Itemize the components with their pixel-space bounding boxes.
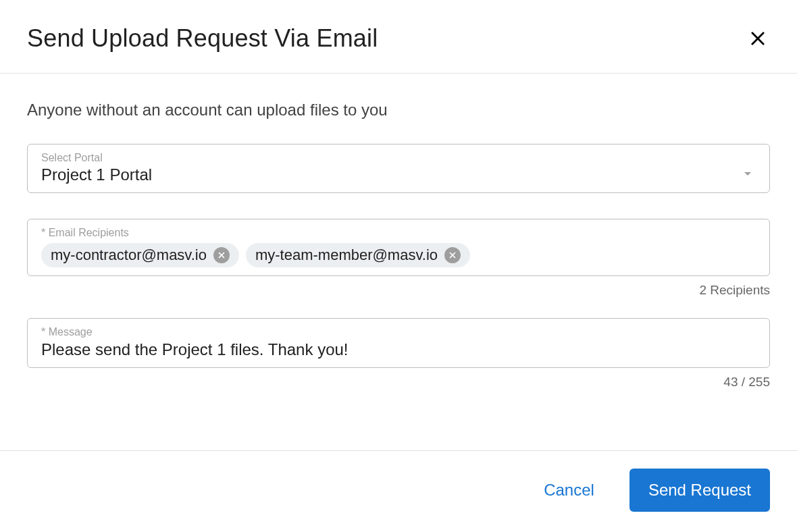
close-icon — [748, 29, 767, 48]
portal-value: Project 1 Portal — [41, 165, 152, 184]
remove-recipient-button[interactable] — [213, 247, 230, 263]
recipients-field[interactable]: * Email Recipients my-contractor@masv.io — [27, 219, 770, 276]
close-icon — [217, 250, 226, 260]
recipient-chip-label: my-contractor@masv.io — [51, 246, 207, 264]
recipient-chip-label: my-team-member@masv.io — [255, 246, 438, 264]
message-field[interactable]: * Message Please send the Project 1 file… — [27, 318, 770, 367]
message-value: Please send the Project 1 files. Thank y… — [41, 340, 756, 359]
close-button[interactable] — [746, 26, 770, 51]
dialog-header: Send Upload Request Via Email — [0, 0, 797, 73]
dialog-footer: Cancel Send Request — [0, 451, 797, 532]
recipients-count: 2 Recipients — [27, 283, 770, 298]
cancel-button[interactable]: Cancel — [538, 478, 600, 502]
upload-request-dialog: Send Upload Request Via Email Anyone wit… — [0, 0, 797, 532]
recipient-chip: my-team-member@masv.io — [246, 243, 470, 267]
portal-select[interactable]: Select Portal Project 1 Portal — [27, 144, 770, 193]
recipient-chip: my-contractor@masv.io — [41, 243, 239, 267]
dialog-subtitle: Anyone without an account can upload fil… — [27, 101, 770, 119]
recipients-label: * Email Recipients — [41, 226, 756, 239]
send-request-button[interactable]: Send Request — [629, 469, 770, 512]
remove-recipient-button[interactable] — [444, 247, 461, 263]
dialog-title: Send Upload Request Via Email — [27, 24, 378, 53]
dialog-body: Anyone without an account can upload fil… — [0, 74, 797, 450]
message-counter: 43 / 255 — [27, 375, 770, 390]
portal-label: Select Portal — [41, 151, 756, 164]
message-label: * Message — [41, 325, 756, 338]
chevron-down-icon — [740, 165, 756, 184]
close-icon — [448, 250, 457, 260]
